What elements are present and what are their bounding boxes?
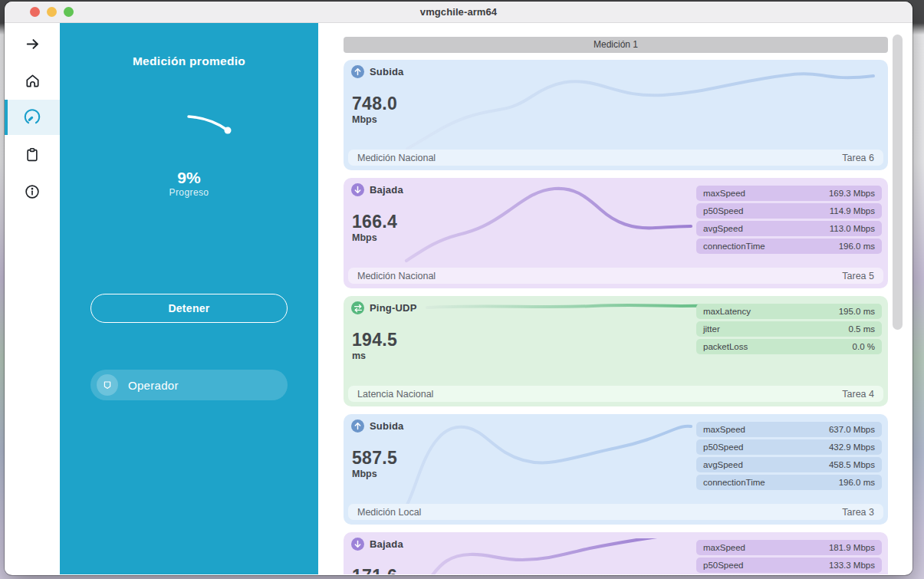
card-type: Subida xyxy=(370,420,404,432)
footer-scope: Medición Nacional xyxy=(357,271,436,281)
sparkline xyxy=(401,184,696,276)
footer-task: Tarea 5 xyxy=(842,271,874,281)
panel-title: Medición promedio xyxy=(60,54,318,68)
gauge-arc xyxy=(60,104,318,165)
card-value: 171.6 xyxy=(352,566,397,574)
card-footer: Medición Nacional Tarea 6 xyxy=(348,150,883,166)
card-footer: Latencia Nacional Tarea 4 xyxy=(348,386,883,402)
stat-row: maxSpeed637.0 Mbps xyxy=(696,422,882,437)
stat-row: maxSpeed181.9 Mbps xyxy=(696,540,882,555)
arrow-up-icon xyxy=(351,419,364,433)
operator-label: Operador xyxy=(128,379,179,392)
footer-scope: Latencia Nacional xyxy=(357,389,433,400)
card-bajada-1: Bajada 166.4 Mbps maxSpeed169.3 Mbps p50… xyxy=(344,178,888,288)
stat-row: jitter0.5 ms xyxy=(696,321,882,337)
card-unit: ms xyxy=(352,350,366,361)
clipboard-icon xyxy=(24,146,41,163)
stat-row: avgSpeed113.0 Mbps xyxy=(696,221,882,236)
card-value: 166.4 xyxy=(352,212,397,232)
footer-scope: Medición Local xyxy=(357,507,421,518)
stats-list: maxSpeed181.9 Mbps p50Speed133.3 Mbps xyxy=(696,540,882,573)
card-footer: Medición Local Tarea 3 xyxy=(348,504,883,520)
card-unit: Mbps xyxy=(352,232,377,243)
measurement-panel: Medición promedio 9% Progreso Detener Op… xyxy=(60,23,318,574)
stat-row: connectionTime196.0 ms xyxy=(696,239,882,254)
arrow-down-icon xyxy=(351,538,364,551)
card-footer: Medición Nacional Tarea 5 xyxy=(348,268,883,284)
card-value: 194.5 xyxy=(352,330,397,350)
footer-scope: Medición Nacional xyxy=(357,153,436,163)
card-type: Subida xyxy=(370,66,404,77)
card-bajada-2: Bajada 171.6 maxSpeed181.9 Mbps p50Speed… xyxy=(344,532,888,574)
stat-row: p50Speed114.9 Mbps xyxy=(696,203,882,219)
sparkline xyxy=(401,538,696,574)
card-unit: Mbps xyxy=(352,469,377,479)
home-icon xyxy=(24,72,41,90)
arrow-down-icon xyxy=(351,183,364,196)
stats-list: maxSpeed169.3 Mbps p50Speed114.9 Mbps av… xyxy=(696,186,882,254)
stat-row: maxLatency195.0 ms xyxy=(696,304,882,319)
progress-label: Progreso xyxy=(60,187,318,198)
footer-task: Tarea 3 xyxy=(842,507,874,518)
titlebar: vmgchile-arm64 xyxy=(5,2,912,23)
results-list: Medición 1 Subida 748.0 Mbps Medición Na… xyxy=(318,23,912,574)
speedometer-icon xyxy=(23,108,41,127)
sparkline xyxy=(401,66,880,156)
stats-list: maxSpeed637.0 Mbps p50Speed432.9 Mbps av… xyxy=(696,422,882,490)
stats-list: maxLatency195.0 ms jitter0.5 ms packetLo… xyxy=(696,304,882,354)
card-value: 587.5 xyxy=(352,448,397,469)
app-window: vmgchile-arm64 xyxy=(5,2,912,575)
shield-icon xyxy=(97,374,118,396)
nav-item-home[interactable] xyxy=(5,63,60,98)
card-unit: Mbps xyxy=(352,114,377,125)
nav-item-reports[interactable] xyxy=(5,137,60,173)
measurement-group-header: Medición 1 xyxy=(344,37,888,53)
sparkline xyxy=(424,301,715,313)
stat-row: p50Speed133.3 Mbps xyxy=(696,558,882,573)
footer-task: Tarea 6 xyxy=(842,153,874,163)
scrollbar-thumb[interactable] xyxy=(893,35,903,330)
stat-row: maxSpeed169.3 Mbps xyxy=(696,186,882,201)
progress-percent: 9% xyxy=(60,169,318,187)
nav-item-info[interactable] xyxy=(5,174,60,209)
card-value: 748.0 xyxy=(352,94,397,114)
stop-button[interactable]: Detener xyxy=(90,294,288,323)
footer-task: Tarea 4 xyxy=(842,389,874,400)
card-type: Ping-UDP xyxy=(370,302,417,314)
sparkline xyxy=(401,420,696,512)
stat-row: connectionTime196.0 ms xyxy=(696,475,882,490)
nav-rail xyxy=(5,23,60,574)
nav-item-collapse[interactable] xyxy=(5,26,60,61)
window-title: vmgchile-arm64 xyxy=(5,6,912,18)
card-ping-udp: Ping-UDP 194.5 ms maxLatency195.0 ms jit… xyxy=(344,296,888,406)
card-type: Bajada xyxy=(370,184,403,196)
arrow-right-icon xyxy=(24,35,41,53)
swap-arrows-icon xyxy=(351,301,364,314)
card-type: Bajada xyxy=(370,538,403,550)
nav-item-speedtest[interactable] xyxy=(5,100,60,135)
operator-chip[interactable]: Operador xyxy=(90,370,288,400)
card-subida-2: Subida 587.5 Mbps maxSpeed637.0 Mbps p50… xyxy=(344,414,888,525)
card-subida-1: Subida 748.0 Mbps Medición Nacional Tare… xyxy=(344,60,888,170)
stat-row: p50Speed432.9 Mbps xyxy=(696,439,882,455)
arrow-up-icon xyxy=(351,65,364,78)
info-icon xyxy=(24,183,41,200)
stat-row: avgSpeed458.5 Mbps xyxy=(696,457,882,472)
stat-row: packetLoss0.0 % xyxy=(696,339,882,354)
